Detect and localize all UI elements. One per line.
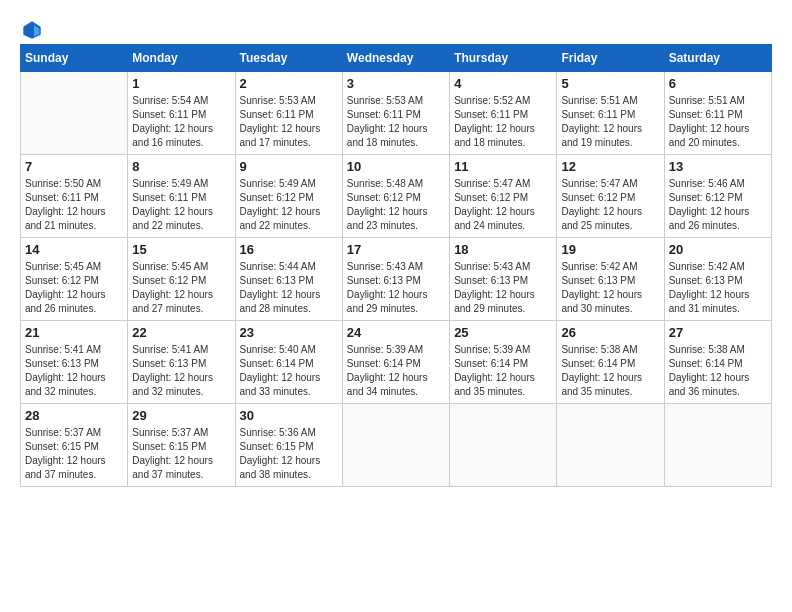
day-number: 3: [347, 76, 445, 91]
day-number: 12: [561, 159, 659, 174]
day-number: 18: [454, 242, 552, 257]
calendar-day-cell: 30Sunrise: 5:36 AMSunset: 6:15 PMDayligh…: [235, 404, 342, 487]
day-number: 19: [561, 242, 659, 257]
calendar-day-cell: 15Sunrise: 5:45 AMSunset: 6:12 PMDayligh…: [128, 238, 235, 321]
day-number: 8: [132, 159, 230, 174]
calendar-day-cell: 28Sunrise: 5:37 AMSunset: 6:15 PMDayligh…: [21, 404, 128, 487]
calendar-day-cell: 10Sunrise: 5:48 AMSunset: 6:12 PMDayligh…: [342, 155, 449, 238]
day-info: Sunrise: 5:54 AMSunset: 6:11 PMDaylight:…: [132, 94, 230, 150]
day-number: 28: [25, 408, 123, 423]
day-number: 17: [347, 242, 445, 257]
calendar-day-cell: 24Sunrise: 5:39 AMSunset: 6:14 PMDayligh…: [342, 321, 449, 404]
calendar-day-cell: 5Sunrise: 5:51 AMSunset: 6:11 PMDaylight…: [557, 72, 664, 155]
calendar-day-cell: 2Sunrise: 5:53 AMSunset: 6:11 PMDaylight…: [235, 72, 342, 155]
day-number: 24: [347, 325, 445, 340]
calendar-day-cell: [450, 404, 557, 487]
weekday-header-row: SundayMondayTuesdayWednesdayThursdayFrid…: [21, 45, 772, 72]
day-info: Sunrise: 5:38 AMSunset: 6:14 PMDaylight:…: [669, 343, 767, 399]
day-info: Sunrise: 5:52 AMSunset: 6:11 PMDaylight:…: [454, 94, 552, 150]
calendar-day-cell: [557, 404, 664, 487]
day-number: 6: [669, 76, 767, 91]
day-number: 7: [25, 159, 123, 174]
calendar-day-cell: 1Sunrise: 5:54 AMSunset: 6:11 PMDaylight…: [128, 72, 235, 155]
day-number: 22: [132, 325, 230, 340]
day-info: Sunrise: 5:51 AMSunset: 6:11 PMDaylight:…: [561, 94, 659, 150]
weekday-header-thursday: Thursday: [450, 45, 557, 72]
day-number: 5: [561, 76, 659, 91]
logo-icon: [22, 20, 42, 40]
day-info: Sunrise: 5:48 AMSunset: 6:12 PMDaylight:…: [347, 177, 445, 233]
day-info: Sunrise: 5:36 AMSunset: 6:15 PMDaylight:…: [240, 426, 338, 482]
calendar-day-cell: 9Sunrise: 5:49 AMSunset: 6:12 PMDaylight…: [235, 155, 342, 238]
calendar-day-cell: 14Sunrise: 5:45 AMSunset: 6:12 PMDayligh…: [21, 238, 128, 321]
calendar-day-cell: [664, 404, 771, 487]
calendar-day-cell: 23Sunrise: 5:40 AMSunset: 6:14 PMDayligh…: [235, 321, 342, 404]
calendar-day-cell: 19Sunrise: 5:42 AMSunset: 6:13 PMDayligh…: [557, 238, 664, 321]
weekday-header-sunday: Sunday: [21, 45, 128, 72]
calendar-day-cell: 20Sunrise: 5:42 AMSunset: 6:13 PMDayligh…: [664, 238, 771, 321]
day-info: Sunrise: 5:37 AMSunset: 6:15 PMDaylight:…: [25, 426, 123, 482]
calendar-day-cell: [342, 404, 449, 487]
day-info: Sunrise: 5:53 AMSunset: 6:11 PMDaylight:…: [347, 94, 445, 150]
day-number: 25: [454, 325, 552, 340]
calendar-table: SundayMondayTuesdayWednesdayThursdayFrid…: [20, 44, 772, 487]
day-info: Sunrise: 5:47 AMSunset: 6:12 PMDaylight:…: [454, 177, 552, 233]
calendar-day-cell: 8Sunrise: 5:49 AMSunset: 6:11 PMDaylight…: [128, 155, 235, 238]
day-info: Sunrise: 5:40 AMSunset: 6:14 PMDaylight:…: [240, 343, 338, 399]
calendar-day-cell: 7Sunrise: 5:50 AMSunset: 6:11 PMDaylight…: [21, 155, 128, 238]
day-info: Sunrise: 5:49 AMSunset: 6:12 PMDaylight:…: [240, 177, 338, 233]
weekday-header-tuesday: Tuesday: [235, 45, 342, 72]
day-number: 21: [25, 325, 123, 340]
weekday-header-saturday: Saturday: [664, 45, 771, 72]
calendar-day-cell: 12Sunrise: 5:47 AMSunset: 6:12 PMDayligh…: [557, 155, 664, 238]
day-number: 13: [669, 159, 767, 174]
day-info: Sunrise: 5:51 AMSunset: 6:11 PMDaylight:…: [669, 94, 767, 150]
weekday-header-friday: Friday: [557, 45, 664, 72]
page-header: [20, 20, 772, 34]
calendar-week-row: 21Sunrise: 5:41 AMSunset: 6:13 PMDayligh…: [21, 321, 772, 404]
calendar-day-cell: 25Sunrise: 5:39 AMSunset: 6:14 PMDayligh…: [450, 321, 557, 404]
calendar-day-cell: 29Sunrise: 5:37 AMSunset: 6:15 PMDayligh…: [128, 404, 235, 487]
day-info: Sunrise: 5:43 AMSunset: 6:13 PMDaylight:…: [347, 260, 445, 316]
day-info: Sunrise: 5:44 AMSunset: 6:13 PMDaylight:…: [240, 260, 338, 316]
day-info: Sunrise: 5:47 AMSunset: 6:12 PMDaylight:…: [561, 177, 659, 233]
day-number: 23: [240, 325, 338, 340]
calendar-day-cell: 6Sunrise: 5:51 AMSunset: 6:11 PMDaylight…: [664, 72, 771, 155]
calendar-week-row: 14Sunrise: 5:45 AMSunset: 6:12 PMDayligh…: [21, 238, 772, 321]
day-info: Sunrise: 5:50 AMSunset: 6:11 PMDaylight:…: [25, 177, 123, 233]
calendar-week-row: 28Sunrise: 5:37 AMSunset: 6:15 PMDayligh…: [21, 404, 772, 487]
day-info: Sunrise: 5:41 AMSunset: 6:13 PMDaylight:…: [25, 343, 123, 399]
calendar-day-cell: 26Sunrise: 5:38 AMSunset: 6:14 PMDayligh…: [557, 321, 664, 404]
day-info: Sunrise: 5:45 AMSunset: 6:12 PMDaylight:…: [132, 260, 230, 316]
day-info: Sunrise: 5:38 AMSunset: 6:14 PMDaylight:…: [561, 343, 659, 399]
day-number: 1: [132, 76, 230, 91]
day-info: Sunrise: 5:42 AMSunset: 6:13 PMDaylight:…: [669, 260, 767, 316]
day-info: Sunrise: 5:43 AMSunset: 6:13 PMDaylight:…: [454, 260, 552, 316]
day-number: 26: [561, 325, 659, 340]
day-number: 27: [669, 325, 767, 340]
day-info: Sunrise: 5:42 AMSunset: 6:13 PMDaylight:…: [561, 260, 659, 316]
calendar-day-cell: 22Sunrise: 5:41 AMSunset: 6:13 PMDayligh…: [128, 321, 235, 404]
day-info: Sunrise: 5:37 AMSunset: 6:15 PMDaylight:…: [132, 426, 230, 482]
day-info: Sunrise: 5:49 AMSunset: 6:11 PMDaylight:…: [132, 177, 230, 233]
day-number: 15: [132, 242, 230, 257]
day-number: 2: [240, 76, 338, 91]
calendar-day-cell: 3Sunrise: 5:53 AMSunset: 6:11 PMDaylight…: [342, 72, 449, 155]
weekday-header-wednesday: Wednesday: [342, 45, 449, 72]
calendar-day-cell: 18Sunrise: 5:43 AMSunset: 6:13 PMDayligh…: [450, 238, 557, 321]
day-number: 14: [25, 242, 123, 257]
calendar-day-cell: 21Sunrise: 5:41 AMSunset: 6:13 PMDayligh…: [21, 321, 128, 404]
day-info: Sunrise: 5:45 AMSunset: 6:12 PMDaylight:…: [25, 260, 123, 316]
calendar-week-row: 7Sunrise: 5:50 AMSunset: 6:11 PMDaylight…: [21, 155, 772, 238]
calendar-day-cell: 17Sunrise: 5:43 AMSunset: 6:13 PMDayligh…: [342, 238, 449, 321]
day-number: 29: [132, 408, 230, 423]
calendar-day-cell: 16Sunrise: 5:44 AMSunset: 6:13 PMDayligh…: [235, 238, 342, 321]
calendar-day-cell: 11Sunrise: 5:47 AMSunset: 6:12 PMDayligh…: [450, 155, 557, 238]
weekday-header-monday: Monday: [128, 45, 235, 72]
day-info: Sunrise: 5:41 AMSunset: 6:13 PMDaylight:…: [132, 343, 230, 399]
day-number: 20: [669, 242, 767, 257]
calendar-day-cell: 27Sunrise: 5:38 AMSunset: 6:14 PMDayligh…: [664, 321, 771, 404]
calendar-day-cell: [21, 72, 128, 155]
day-info: Sunrise: 5:53 AMSunset: 6:11 PMDaylight:…: [240, 94, 338, 150]
day-info: Sunrise: 5:39 AMSunset: 6:14 PMDaylight:…: [454, 343, 552, 399]
